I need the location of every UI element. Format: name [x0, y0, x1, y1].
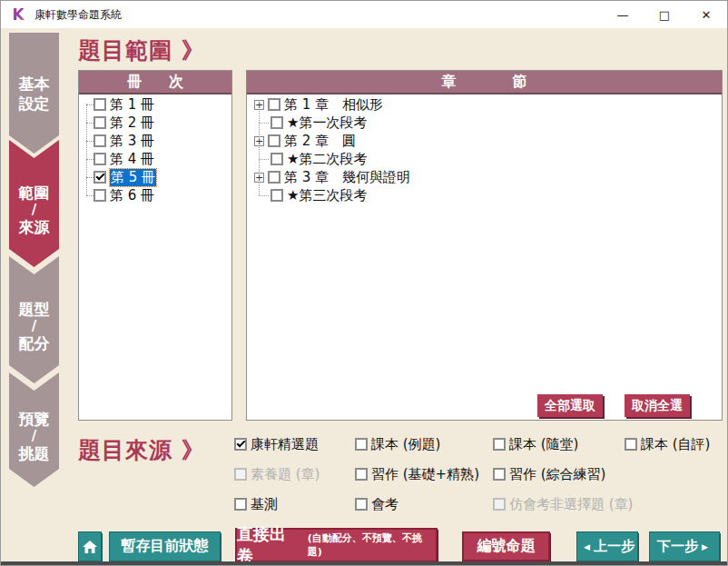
right-arrow-icon: ▶: [702, 542, 708, 551]
checkbox-icon[interactable]: [93, 134, 106, 147]
tab-label: 配分: [19, 333, 50, 353]
checkbox-disabled-icon: [493, 498, 506, 511]
exam-item[interactable]: ★第二次段考: [271, 150, 367, 168]
tab-label: 挑題: [19, 443, 50, 463]
checkbox-icon[interactable]: [268, 134, 280, 147]
volume-item[interactable]: 第 1 冊: [93, 95, 154, 114]
checkbox-icon[interactable]: [625, 438, 637, 451]
source-option-workbook-comprehensive[interactable]: 習作 (綜合練習): [493, 466, 605, 482]
expand-plus-icon[interactable]: +: [254, 100, 264, 110]
checkbox-icon[interactable]: [355, 468, 368, 481]
left-arrow-icon: ◀: [584, 542, 590, 551]
volume-panel-header: 冊次: [79, 71, 231, 94]
source-option-literacy: 素養題 (章): [234, 466, 320, 482]
expand-plus-icon[interactable]: +: [254, 173, 264, 183]
volume-panel: 冊次 第 1 冊 第 2 冊 第 3 冊 第 4 冊 第 5 冊 第 6 冊: [78, 70, 232, 421]
tab-label: /: [32, 203, 36, 217]
sidebar-tab-scope-source[interactable]: 範圍 / 來源: [9, 140, 59, 267]
tab-label: /: [32, 319, 36, 333]
direct-generate-button[interactable]: 直接出卷 (自動配分、不預覽、不挑題): [235, 528, 438, 562]
tab-label: 來源: [19, 217, 50, 237]
volume-item[interactable]: 第 3 冊: [93, 132, 154, 150]
expand-plus-icon[interactable]: +: [254, 136, 264, 146]
source-heading: 題目來源 》: [78, 435, 205, 465]
checkbox-icon[interactable]: [93, 153, 106, 165]
exam-item[interactable]: ★第三次段考: [271, 186, 367, 204]
exam-item[interactable]: ★第一次段考: [271, 114, 367, 132]
window-title: 康軒數學命題系統: [34, 7, 122, 23]
app-window: K 康軒數學命題系統 — □ ✕ 基本 設定 範圍 / 來源 題型 / 配分 預…: [0, 0, 728, 566]
checkbox-disabled-icon: [234, 468, 247, 481]
source-option-textbook-inclass[interactable]: 課本 (隨堂): [493, 436, 578, 452]
numbered-generate-button[interactable]: 編號命題: [462, 531, 550, 561]
home-icon: [82, 540, 98, 554]
next-step-button[interactable]: 下一步 ▶: [649, 531, 720, 561]
tab-label: 題型: [19, 299, 50, 319]
checkbox-checked-icon[interactable]: [234, 438, 247, 451]
titlebar: K 康軒數學命題系統 — □ ✕: [1, 1, 727, 28]
deselect-all-button[interactable]: 取消全選: [625, 394, 690, 417]
volume-item[interactable]: 第 4 冊: [93, 150, 154, 168]
source-option-cap-exam[interactable]: 會考: [355, 496, 398, 512]
prev-step-button[interactable]: ◀ 上一步: [576, 531, 638, 561]
source-option-textbook-example[interactable]: 課本 (例題): [355, 436, 440, 452]
sidebar-tab-question-types[interactable]: 題型 / 配分: [9, 256, 59, 383]
checkbox-icon[interactable]: [93, 98, 106, 111]
checkbox-icon[interactable]: [271, 116, 283, 129]
checkbox-icon[interactable]: [355, 438, 368, 451]
checkbox-icon[interactable]: [271, 189, 283, 202]
volume-item-selected[interactable]: 第 5 冊: [93, 168, 156, 186]
tab-label: 預覽: [19, 409, 50, 429]
chapter-item[interactable]: + 第 1 章 相似形: [254, 95, 383, 114]
sidebar-tab-basic-settings[interactable]: 基本 設定: [9, 33, 59, 154]
maximize-button[interactable]: □: [644, 1, 685, 28]
checkbox-icon[interactable]: [493, 468, 506, 481]
tab-label: /: [32, 429, 36, 443]
select-all-button[interactable]: 全部選取: [537, 394, 603, 417]
chapter-panel-header: 章節: [247, 71, 722, 94]
source-option-textbook-selfcheck[interactable]: 課本 (自評): [625, 436, 710, 452]
source-option-mock-nonchoice: 仿會考非選擇題 (章): [493, 496, 633, 512]
volume-item[interactable]: 第 6 冊: [93, 186, 154, 204]
source-option-kanghsuan[interactable]: 康軒精選題: [234, 436, 319, 452]
tab-label: 設定: [19, 94, 50, 114]
sidebar-tab-preview-pick[interactable]: 預覽 / 挑題: [9, 372, 59, 487]
scope-heading: 題目範圍 》: [78, 35, 205, 65]
checkbox-icon[interactable]: [93, 189, 106, 202]
window-bottom-border: [1, 561, 727, 565]
tree-line: [86, 104, 87, 195]
checkbox-checked-icon[interactable]: [93, 171, 106, 184]
save-state-button[interactable]: 暫存目前狀態: [109, 531, 221, 561]
chapter-panel: 章節 + 第 1 章 相似形 ★第一次段考 + 第 2 章 圓 ★第二次段考 +…: [246, 70, 723, 421]
window-controls: — □ ✕: [602, 1, 727, 28]
checkbox-icon[interactable]: [355, 498, 368, 511]
volume-item[interactable]: 第 2 冊: [93, 114, 154, 132]
checkbox-icon[interactable]: [234, 498, 247, 511]
source-option-basic-test[interactable]: 基測: [234, 496, 278, 512]
app-logo-icon: K: [9, 5, 27, 24]
checkbox-icon[interactable]: [493, 438, 506, 451]
source-option-workbook-basic[interactable]: 習作 (基礎+精熟): [355, 466, 479, 482]
home-button[interactable]: [78, 531, 102, 561]
chapter-item[interactable]: + 第 3 章 幾何與證明: [254, 168, 410, 186]
checkbox-icon[interactable]: [271, 153, 283, 165]
tab-label: 範圍: [19, 183, 50, 203]
checkbox-icon[interactable]: [93, 116, 106, 129]
minimize-button[interactable]: —: [602, 1, 644, 28]
tab-label: 基本: [19, 74, 50, 94]
chapter-item[interactable]: + 第 2 章 圓: [254, 132, 356, 150]
close-button[interactable]: ✕: [685, 1, 727, 28]
checkbox-icon[interactable]: [268, 98, 280, 111]
checkbox-icon[interactable]: [268, 171, 280, 184]
